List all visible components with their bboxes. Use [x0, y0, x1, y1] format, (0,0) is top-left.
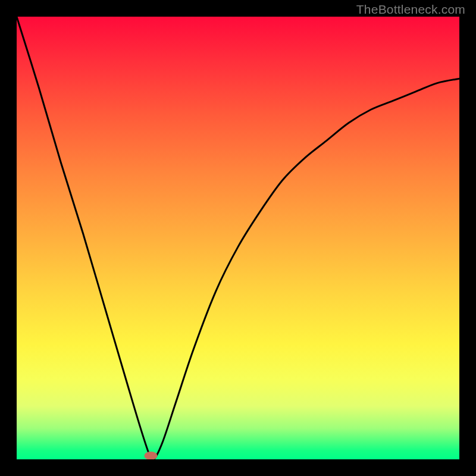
- plot-area: [17, 17, 459, 459]
- attribution-text: TheBottleneck.com: [356, 2, 465, 17]
- bottleneck-curve: [17, 17, 459, 459]
- minimum-marker: [144, 452, 157, 459]
- chart-frame: TheBottleneck.com: [0, 0, 476, 476]
- curve-svg: [17, 17, 459, 459]
